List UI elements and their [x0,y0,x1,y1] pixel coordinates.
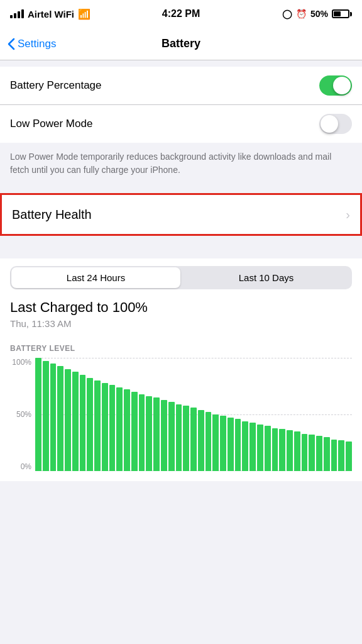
bar-42 [346,441,352,471]
battery-chart: 100% 50% 0% [10,358,352,471]
last-charged-subtitle: Thu, 11:33 AM [10,318,352,329]
back-button[interactable]: Settings [8,38,56,50]
bar-33 [279,429,285,471]
toggle-thumb-2 [321,115,338,133]
last-24-hours-button[interactable]: Last 24 Hours [11,267,180,288]
battery-percentage-label: Battery Percentage [10,79,102,92]
bar-41 [338,440,344,471]
low-power-description: Low Power Mode temporarily reduces backg… [0,143,362,187]
low-power-toggle[interactable] [319,114,352,134]
gap-before-health [0,187,362,193]
nav-bar: Settings Battery [0,28,362,60]
bar-22 [198,410,204,471]
bar-35 [294,431,300,471]
bar-12 [124,389,130,471]
bar-8 [94,380,101,471]
location-icon: ◯ [282,9,292,19]
bar-37 [309,435,315,471]
bar-34 [287,430,293,471]
page-title: Battery [162,37,200,50]
bar-5 [72,372,79,471]
bar-30 [257,425,263,471]
chevron-right-icon: › [346,208,350,222]
bar-15 [146,396,152,471]
bar-1 [43,361,49,471]
last-charged-title: Last Charged to 100% [10,299,352,316]
bar-14 [139,394,145,471]
chart-y-axis: 100% 50% 0% [10,358,35,471]
bar-26 [228,418,234,471]
bar-21 [190,408,197,471]
status-time: 4:22 PM [162,8,200,19]
status-right: ◯ ⏰ 50% [282,9,352,19]
bar-17 [161,400,167,471]
bar-40 [331,440,337,471]
status-left: Airtel WiFi 📶 [10,8,90,20]
bars-wrapper [35,358,352,471]
bar-7 [87,378,93,471]
bar-11 [116,387,123,471]
bar-29 [250,423,256,471]
bar-4 [65,369,71,471]
bar-9 [102,383,108,471]
bar-16 [153,397,160,471]
bar-28 [242,421,248,471]
bar-18 [168,402,175,471]
y-axis-0: 0% [21,462,31,471]
bar-10 [109,385,116,471]
low-power-description-text: Low Power Mode temporarily reduces backg… [10,152,331,175]
battery-percentage-toggle[interactable] [319,75,352,96]
time-selector: Last 24 Hours Last 10 Days [10,266,352,289]
battery-health-section: Battery Health › [0,193,362,236]
section-gap-middle [0,236,362,258]
low-power-row: Low Power Mode [0,105,362,143]
time-selector-section: Last 24 Hours Last 10 Days [0,258,362,297]
chart-bars-area [35,358,352,471]
bar-3 [57,366,63,471]
status-bar: Airtel WiFi 📶 4:22 PM ◯ ⏰ 50% [0,0,362,28]
alarm-icon: ⏰ [296,9,307,19]
bar-2 [50,364,57,471]
y-axis-100: 100% [12,358,31,367]
toggle-thumb [333,77,351,94]
wifi-icon: 📶 [78,8,90,20]
y-axis-50: 50% [16,410,31,419]
bar-13 [131,392,138,471]
bar-24 [212,414,219,471]
back-label: Settings [18,38,56,50]
battery-percent-label: 50% [310,9,328,19]
bar-23 [206,412,212,471]
low-power-section: Low Power Mode [0,104,362,143]
battery-chart-section: BATTERY LEVEL 100% 50% 0% [0,339,362,481]
battery-percentage-section: Battery Percentage [0,67,362,104]
bar-6 [80,375,86,471]
low-power-label: Low Power Mode [10,118,92,130]
last-10-days-button[interactable]: Last 10 Days [182,267,351,288]
bar-38 [316,436,322,471]
bar-36 [302,434,308,471]
carrier-label: Airtel WiFi [28,9,74,19]
bar-39 [324,437,330,471]
battery-icon [332,9,352,18]
battery-percentage-row: Battery Percentage [0,67,362,104]
chart-label: BATTERY LEVEL [10,344,352,353]
bar-25 [220,416,226,471]
bar-32 [272,428,278,471]
section-gap-top [0,60,362,67]
bar-0 [35,358,41,471]
last-charged-section: Last Charged to 100% Thu, 11:33 AM [0,297,362,339]
bar-27 [235,419,241,471]
bar-31 [265,426,271,471]
signal-icon [10,9,24,18]
bar-19 [176,404,182,471]
bar-20 [183,406,189,471]
battery-health-row[interactable]: Battery Health › [2,195,360,234]
battery-health-label: Battery Health [12,208,92,222]
